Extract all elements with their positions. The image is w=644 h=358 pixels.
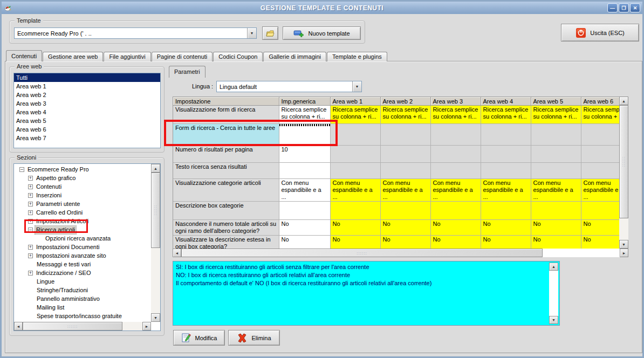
grid-col-header-impostazione[interactable]: Impostazione — [173, 97, 279, 106]
close-button[interactable]: ✕ — [630, 3, 640, 12]
grid-cell-area-web-6[interactable] — [581, 163, 619, 179]
tree-item-aspetto-grafico[interactable]: +Aspetto grafico — [14, 174, 151, 182]
scroll-down-icon[interactable]: ▼ — [549, 316, 558, 324]
grid-cell-area-web-4[interactable]: No — [481, 220, 531, 236]
grid-cell-area-web-6[interactable] — [581, 124, 619, 146]
grid-cell-area-web-2[interactable]: No — [380, 236, 430, 249]
tree-item-contenuti[interactable]: +Contenuti — [14, 182, 151, 191]
sezioni-vscrollbar[interactable]: ▲ :::::: ▼ — [151, 164, 160, 322]
grid-col-header-area-web-1[interactable]: Area web 1 — [330, 97, 380, 106]
tab-parametri[interactable]: Parametri — [169, 66, 205, 78]
scroll-up-icon[interactable]: ▲ — [151, 164, 160, 173]
scroll-down-icon[interactable]: ▼ — [619, 240, 628, 249]
grid-cell-area-web-5[interactable] — [531, 146, 581, 163]
grid-cell-area-web-5[interactable]: No — [531, 220, 581, 236]
grid-cell-setting-name[interactable]: Visualizzazione categorie articoli — [173, 179, 279, 202]
tree-item-lingue[interactable]: Lingue — [14, 277, 151, 286]
list-item-area-web-4[interactable]: Area web 4 — [14, 108, 160, 116]
grid-cell-area-web-3[interactable] — [430, 202, 481, 220]
grid-cell-area-web-2[interactable] — [380, 163, 430, 179]
grid-cell-area-web-1[interactable] — [330, 163, 380, 179]
template-combobox[interactable]: Ecommerce Ready Pro (' . .. ▼ — [14, 27, 257, 39]
grid-cell-generic-value[interactable]: No — [279, 236, 330, 249]
grid-cell-area-web-1[interactable]: No — [330, 220, 380, 236]
list-item-area-web-1[interactable]: Area web 1 — [14, 82, 160, 91]
grid-cell-area-web-5[interactable] — [531, 124, 581, 146]
elimina-button[interactable]: Elimina — [228, 330, 280, 346]
list-item-area-web-2[interactable]: Area web 2 — [14, 91, 160, 99]
grid-cell-area-web-3[interactable] — [430, 163, 481, 179]
grid-col-header-area-web-5[interactable]: Area web 5 — [531, 97, 581, 106]
scroll-left-icon[interactable]: ◄ — [173, 249, 181, 257]
expand-plus-icon[interactable]: + — [28, 219, 33, 224]
editing-cell-marquee[interactable] — [279, 124, 330, 126]
template-combobox-arrow-icon[interactable]: ▼ — [247, 28, 256, 38]
grid-cell-area-web-2[interactable] — [380, 202, 430, 220]
tab-gestione-aree-web[interactable]: Gestione aree web — [43, 52, 103, 61]
grid-cell-area-web-6[interactable] — [581, 202, 619, 220]
scroll-down-icon[interactable]: ▼ — [151, 313, 160, 322]
tab-pagine-di-contenuti[interactable]: Pagine di contenuti — [152, 52, 213, 61]
grid-cell-generic-value[interactable]: No — [279, 220, 330, 236]
grid-cell-area-web-2[interactable]: No — [380, 220, 430, 236]
grid-col-header-area-web-4[interactable]: Area web 4 — [481, 97, 531, 106]
collapse-minus-icon[interactable]: – — [19, 167, 24, 172]
tree-item-parametri-utente[interactable]: +Parametri utente — [14, 199, 151, 208]
open-folder-button[interactable] — [262, 26, 278, 40]
tree-item-ricerca-articoli[interactable]: –Ricerca articoli — [14, 225, 151, 234]
grid-cell-setting-name[interactable]: Numero di risultati per pagina — [173, 146, 279, 163]
list-item-area-web-5[interactable]: Area web 5 — [14, 116, 160, 125]
grid-cell-area-web-2[interactable]: Ricerca semplice su colonna + ri... — [380, 106, 430, 124]
sezioni-hscroll-thumb[interactable]: :::::: — [23, 322, 122, 331]
scroll-up-icon[interactable]: ▲ — [549, 263, 558, 271]
grid-cell-area-web-3[interactable] — [430, 146, 481, 163]
tree-item-impostazioni-articoli[interactable]: +Impostazioni Articoli — [14, 217, 151, 225]
grid-cell-generic-value[interactable]: 10 — [279, 146, 330, 163]
grid-cell-generic-value[interactable] — [279, 124, 330, 146]
maximize-button[interactable]: ❐ — [619, 3, 629, 12]
tab-contenuti[interactable]: Contenuti — [6, 50, 42, 61]
grid-cell-area-web-4[interactable]: No — [481, 236, 531, 249]
sezioni-hscrollbar[interactable]: ◄ :::::: ► — [14, 322, 151, 331]
grid-cell-setting-name[interactable]: Descrizione box categorie — [173, 202, 279, 220]
grid-vscrollbar[interactable]: ▲ :::::: ▼ — [619, 97, 628, 249]
list-item-tutti[interactable]: Tutti — [14, 73, 160, 82]
grid-col-header-area-web-3[interactable]: Area web 3 — [430, 97, 481, 106]
grid-cell-setting-name[interactable]: Visualizzare la descrizione estesa in og… — [173, 236, 279, 249]
new-template-button[interactable]: Nuovo template — [283, 26, 361, 40]
grid-cell-generic-value[interactable]: Con menu espandibile e a ... — [279, 179, 330, 202]
aree-web-listbox[interactable]: TuttiArea web 1Area web 2Area web 3Area … — [13, 73, 161, 148]
grid-cell-area-web-6[interactable]: No — [581, 220, 619, 236]
grid-cell-setting-name[interactable]: Testo ricerca senza risultati — [173, 163, 279, 179]
exit-button[interactable]: Uscita (ESC) — [561, 24, 639, 42]
grid-cell-area-web-2[interactable] — [380, 124, 430, 146]
grid-cell-area-web-5[interactable]: Con menu espandibile e a ... — [531, 179, 581, 202]
tree-item-inserzioni[interactable]: +Inserzioni — [14, 191, 151, 199]
grid-cell-area-web-3[interactable]: No — [430, 236, 481, 249]
grid-cell-area-web-3[interactable]: Con menu espandibile e a ... — [430, 179, 481, 202]
grid-cell-area-web-4[interactable] — [481, 146, 531, 163]
lingua-combobox[interactable]: Lingua default ▼ — [216, 81, 362, 92]
scroll-right-icon[interactable]: ► — [142, 322, 151, 331]
grid-cell-setting-name[interactable]: Form di ricerca - Cerca in tutte le aree — [173, 124, 279, 146]
grid-cell-area-web-5[interactable]: Ricerca semplice su colonna + ri... — [531, 106, 581, 124]
grid-cell-area-web-3[interactable]: Ricerca semplice su colonna + ri... — [430, 106, 481, 124]
grid-col-header-area-web-2[interactable]: Area web 2 — [380, 97, 430, 106]
grid-vscroll-thumb[interactable]: :::::: — [619, 105, 628, 218]
grid-cell-generic-value[interactable] — [279, 202, 330, 220]
grid-cell-area-web-2[interactable]: Con menu espandibile e a ... — [380, 179, 430, 202]
grid-col-header-imp-generica[interactable]: Imp.generica — [279, 97, 330, 106]
modifica-button[interactable]: Modifica — [173, 330, 225, 346]
tree-item-stringhe-traduzioni[interactable]: Stringhe/Traduzioni — [14, 286, 151, 294]
grid-cell-area-web-1[interactable] — [330, 124, 380, 146]
grid-cell-setting-name[interactable]: Visualizzazione form di ricerca — [173, 106, 279, 124]
grid-cell-area-web-4[interactable] — [481, 124, 531, 146]
sezioni-vscroll-thumb[interactable]: :::::: — [151, 173, 160, 248]
expand-plus-icon[interactable]: + — [28, 271, 33, 276]
grid-cell-area-web-1[interactable] — [330, 146, 380, 163]
expand-plus-icon[interactable]: + — [28, 210, 33, 215]
grid-cell-area-web-5[interactable]: No — [531, 236, 581, 249]
tree-item-mailing-list[interactable]: Mailing list — [14, 303, 151, 312]
grid-cell-area-web-1[interactable]: Ricerca semplice su colonna + ri... — [330, 106, 380, 124]
grid-cell-area-web-1[interactable] — [330, 202, 380, 220]
